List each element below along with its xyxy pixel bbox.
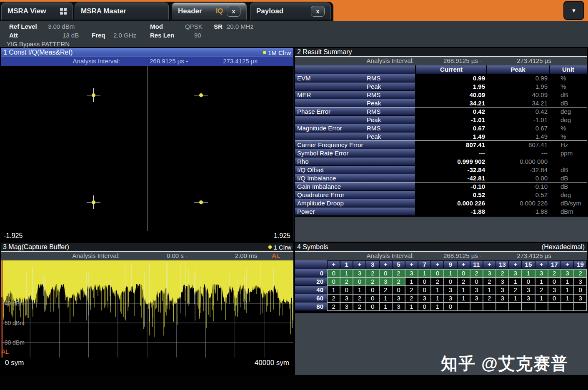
peak-value: --- bbox=[487, 149, 548, 158]
symbol-col-header: 13 bbox=[496, 260, 509, 269]
result-summary-window[interactable]: 2 Result Summary Analysis Interval: 268.… bbox=[295, 48, 587, 216]
symbol-col-header: + bbox=[509, 260, 522, 269]
unit-value: deg bbox=[560, 108, 571, 116]
res-len-value[interactable]: 90 bbox=[194, 32, 201, 39]
symbol-cell: 3 bbox=[470, 286, 483, 294]
symbol-cell: 0 bbox=[457, 269, 470, 278]
symbol-col-header: + bbox=[327, 260, 340, 269]
unit-value: deg bbox=[560, 116, 571, 124]
symbol-cell: 0 bbox=[548, 294, 561, 302]
unit-value: % bbox=[560, 124, 566, 132]
window-title: 3 Mag(Capture Buffer) bbox=[3, 243, 268, 251]
tab-label: Payload bbox=[256, 7, 307, 15]
symbol-cell: 0 bbox=[522, 278, 535, 286]
symbol-cell bbox=[470, 302, 483, 311]
mod-value[interactable]: QPSK bbox=[185, 23, 203, 30]
result-summary-row: Amplitude Droop0.000 2260.000 226dB/sym bbox=[295, 199, 587, 208]
symbols-window[interactable]: 4 Symbols (Hexadecimal) Analysis Interva… bbox=[295, 243, 587, 311]
y-tick-minus40: -40 dBm bbox=[3, 300, 25, 307]
symbol-cell: 2 bbox=[405, 294, 418, 302]
symbol-cell: 0 bbox=[392, 286, 405, 294]
symbol-col-header: 3 bbox=[366, 260, 379, 269]
trace-info[interactable]: 1 Clrw bbox=[268, 244, 291, 251]
tab-payload[interactable]: Payload x bbox=[250, 2, 331, 20]
constellation-title-bar[interactable]: 1 Const I/Q(Meas&Ref) 1M Clrw bbox=[1, 48, 293, 57]
tab-msra-view[interactable]: MSRA View bbox=[1, 2, 73, 20]
current-value: -42.81 bbox=[416, 174, 485, 182]
current-value: 1.49 bbox=[416, 132, 485, 141]
symbol-cell: 1 bbox=[535, 278, 548, 286]
symbol-cell: 2 bbox=[496, 269, 509, 278]
magnitude-title-bar[interactable]: 3 Mag(Capture Buffer) 1 Clrw bbox=[1, 243, 293, 252]
param-sub-name: Peak bbox=[367, 132, 381, 140]
symbol-cell: 3 bbox=[392, 302, 405, 311]
tab-overflow-button[interactable]: ▼ bbox=[563, 1, 584, 20]
tab-header[interactable]: Header IQ x bbox=[172, 2, 247, 20]
result-summary-title-bar[interactable]: 2 Result Summary bbox=[295, 48, 587, 57]
settings-bar: Ref Level 3.00 dBm Mod QPSK SR 20.0 MHz … bbox=[0, 21, 588, 47]
magnitude-plot[interactable]: -40 dBm -60 dBm -80 dBm AL bbox=[1, 260, 293, 358]
symbol-cell: 2 bbox=[574, 269, 587, 278]
result-param-cell: I/Q Offset bbox=[295, 166, 415, 174]
att-value[interactable]: 13 dB bbox=[63, 32, 79, 39]
column-header-params bbox=[295, 65, 415, 74]
param-name: Gain Imbalance bbox=[297, 182, 341, 190]
symbols-title-bar[interactable]: 4 Symbols (Hexadecimal) bbox=[295, 243, 587, 252]
constellation-plot[interactable] bbox=[1, 66, 293, 231]
peak-value: 0.67 bbox=[487, 124, 548, 132]
symbol-cell: 3 bbox=[535, 269, 548, 278]
symbol-cell: 2 bbox=[353, 294, 366, 302]
result-param-cell: Rho bbox=[295, 158, 415, 165]
unit-value: dB bbox=[560, 166, 568, 174]
analysis-interval-bar: Analysis Interval: 0.00 s - 2.00 ms AL bbox=[1, 252, 293, 260]
symbol-cell: 0 bbox=[548, 278, 561, 286]
symbol-cell: 2 bbox=[366, 278, 379, 286]
result-param-cell: Quadrature Error bbox=[295, 191, 415, 199]
symbol-cell: 1 bbox=[509, 294, 522, 302]
peak-value: 0.99 bbox=[487, 74, 548, 82]
analysis-interval-end: 2.00 ms bbox=[194, 252, 257, 259]
symbol-cell: 1 bbox=[327, 286, 340, 294]
symbol-cell bbox=[522, 302, 535, 311]
x-axis-min: -1.925 bbox=[4, 232, 23, 240]
current-value: 0.999 902 bbox=[416, 158, 485, 166]
analysis-line-indicator: AL bbox=[272, 252, 288, 259]
symbol-cell: 2 bbox=[535, 286, 548, 294]
symbol-cell: 3 bbox=[496, 294, 509, 302]
symbol-cell: 1 bbox=[561, 294, 574, 302]
symbol-cell: 3 bbox=[340, 302, 353, 311]
peak-value: 40.09 bbox=[487, 91, 548, 99]
symbol-cell: 0 bbox=[431, 269, 444, 278]
param-sub-name: Peak bbox=[367, 82, 381, 90]
magnitude-window[interactable]: 3 Mag(Capture Buffer) 1 Clrw Analysis In… bbox=[1, 243, 293, 368]
peak-value: 34.21 bbox=[487, 99, 548, 108]
param-name: Symbol Rate Error bbox=[297, 149, 348, 157]
sr-value[interactable]: 20.0 MHz bbox=[227, 23, 253, 30]
result-summary-row: I/Q Imbalance-42.810.00dB bbox=[295, 174, 587, 182]
freq-value[interactable]: 2.0 GHz bbox=[113, 32, 136, 39]
close-icon[interactable]: x bbox=[311, 6, 325, 17]
unit-value: dBm bbox=[560, 208, 573, 216]
current-value: --- bbox=[416, 149, 485, 158]
trace-info[interactable]: 1M Clrw bbox=[263, 49, 291, 56]
constellation-window[interactable]: 1 Const I/Q(Meas&Ref) 1M Clrw Analysis I… bbox=[1, 48, 293, 241]
symbol-col-header: 11 bbox=[470, 260, 483, 269]
ref-level-value[interactable]: 3.00 dBm bbox=[48, 23, 75, 30]
symbol-row: 2002023210202023101013 bbox=[295, 278, 587, 286]
symbol-col-header: 5 bbox=[392, 260, 405, 269]
result-param-cell: Phase ErrorRMS bbox=[295, 108, 415, 115]
tab-label: MSRA View bbox=[8, 7, 46, 15]
current-value: -32.84 bbox=[416, 166, 485, 174]
result-param-cell: Magnitude ErrorRMS bbox=[295, 124, 415, 132]
symbol-cell: 0 bbox=[366, 286, 379, 294]
tab-strip: MSRA View MSRA Master Header IQ x Payloa… bbox=[0, 2, 333, 21]
window-title: 4 Symbols bbox=[297, 243, 542, 251]
close-icon[interactable]: x bbox=[227, 6, 240, 17]
symbol-cell: 3 bbox=[561, 269, 574, 278]
symbol-row-index: 80 bbox=[295, 302, 327, 311]
att-label: Att bbox=[9, 32, 18, 39]
result-param-cell: Peak bbox=[295, 132, 415, 140]
symbol-cell: 3 bbox=[405, 269, 418, 278]
tab-msra-master[interactable]: MSRA Master bbox=[75, 2, 169, 20]
symbols-corner-cell bbox=[295, 260, 327, 269]
